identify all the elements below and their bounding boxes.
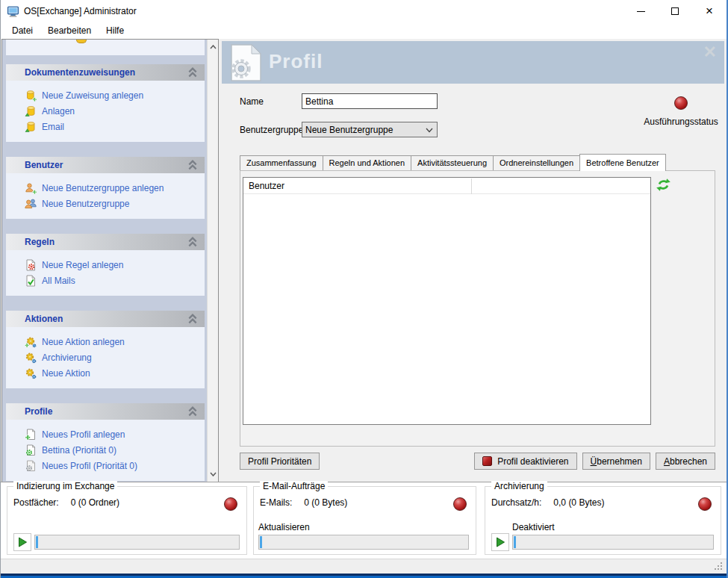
- usergroup-selected-value: Neue Benutzergruppe: [305, 125, 425, 135]
- sidebar-item-neue-aktion-anlegen[interactable]: Neue Aktion anlegen: [6, 334, 205, 349]
- computer-monitor-icon: [7, 5, 19, 18]
- sidebar-item-neue-benutzergruppe-anlegen[interactable]: Neue Benutzergruppe anlegen: [6, 180, 205, 196]
- name-input[interactable]: [302, 93, 438, 109]
- profile-panel: Profil ✕ Name Benutzergruppe Neue Benutz…: [222, 41, 724, 482]
- status-bar: [1, 559, 727, 574]
- sidebar-item-label: Anlagen: [42, 106, 75, 116]
- panel-close-icon[interactable]: ✕: [703, 43, 717, 62]
- profile-panel-header: Profil ✕: [222, 41, 724, 84]
- sidebar-item-label: All Mails: [42, 276, 75, 286]
- tab-regeln-und-aktionen[interactable]: Regeln und Aktionen: [323, 155, 412, 170]
- sidebar-item-label: Neue Benutzergruppe: [42, 199, 129, 209]
- sidebar-section-regeln: RegelnNeue Regel anlegenAll Mails: [6, 234, 205, 296]
- resize-grip-icon[interactable]: [714, 562, 724, 571]
- sidebar-item-bettina-priorität-0[interactable]: Bettina (Priorität 0): [6, 442, 205, 458]
- sidebar-item-neue-zuweisung-anlegen[interactable]: Neue Zuweisung anlegen: [6, 87, 205, 103]
- assignment-icon: [25, 105, 37, 117]
- button-label: Abbrechen: [664, 456, 707, 467]
- tab-ordnereinstellungen[interactable]: Ordnereinstellungen: [493, 155, 580, 170]
- tab-zusammenfassung[interactable]: Zusammenfassung: [240, 155, 323, 170]
- scroll-down-icon[interactable]: [208, 468, 219, 480]
- progress-label: Deaktiviert: [512, 522, 555, 532]
- play-button[interactable]: [13, 533, 31, 551]
- section-title: Regeln: [25, 237, 187, 247]
- progress-bar-value: [36, 536, 38, 548]
- sidebar-item-archivierung[interactable]: Archivierung: [6, 349, 205, 365]
- column-divider[interactable]: [471, 178, 472, 194]
- close-icon: ×: [706, 7, 713, 15]
- sidebar-item-label: Archivierung: [42, 352, 92, 363]
- assignment-icon: [25, 121, 37, 133]
- sidebar-item-all-mails[interactable]: All Mails: [6, 273, 205, 288]
- sidebar-item-label: Neues Profil anlegen: [42, 429, 125, 440]
- usergroup-select[interactable]: Neue Benutzergruppe: [302, 122, 438, 137]
- progress-label: Aktualisieren: [258, 522, 310, 532]
- sidebar-item-label: Neue Aktion: [42, 368, 90, 379]
- sidebar-scrollbar[interactable]: [207, 40, 218, 482]
- sidebar: DokumentenzuweisungenNeue Zuweisung anle…: [1, 39, 219, 482]
- profile-deactivate-button[interactable]: Profil deaktivieren: [474, 453, 576, 470]
- sidebar-item-neues-profil-anlegen[interactable]: Neues Profil anlegen: [6, 426, 205, 442]
- status-panels-strip: Indizierung im ExchangePostfächer:0 (0 O…: [1, 482, 727, 559]
- section-body: Neue Benutzergruppe anlegenNeue Benutzer…: [6, 173, 205, 219]
- chevrons-up-icon: [187, 405, 199, 417]
- profile-priorities-button[interactable]: Profil Prioritäten: [240, 453, 320, 470]
- sidebar-item-email[interactable]: Email: [6, 119, 205, 134]
- sidebar-partial-section: [6, 40, 205, 55]
- maximize-button[interactable]: [658, 0, 692, 22]
- section-header-profile[interactable]: Profile: [6, 403, 205, 420]
- play-button[interactable]: [491, 533, 509, 551]
- red-square-icon: [482, 456, 492, 466]
- section-body: Neues Profil anlegenBettina (Priorität 0…: [6, 420, 205, 481]
- execution-status-orb: [674, 96, 688, 110]
- sidebar-item-anlagen[interactable]: Anlagen: [6, 103, 205, 119]
- menu-bar: DateiBearbeitenHilfe: [1, 22, 727, 39]
- progress-bar: [258, 535, 469, 550]
- status-metric: E-Mails:0 (0 Bytes): [260, 497, 347, 508]
- action-icon: [25, 352, 37, 364]
- tab-aktivitätssteuerung[interactable]: Aktivitätssteuerung: [411, 155, 494, 170]
- user-list[interactable]: Benutzer: [243, 177, 651, 425]
- sidebar-item-neue-regel-anlegen[interactable]: Neue Regel anlegen: [6, 257, 205, 273]
- assignment-add-icon: [25, 90, 37, 102]
- section-header-dokumentenzuweisungen[interactable]: Dokumentenzuweisungen: [6, 64, 205, 81]
- metric-label: E-Mails:: [260, 497, 292, 508]
- chevron-down-icon: [425, 125, 434, 134]
- sidebar-item-neue-benutzergruppe[interactable]: Neue Benutzergruppe: [6, 196, 205, 211]
- menu-item-hilfe[interactable]: Hilfe: [99, 22, 131, 39]
- profile-inactive-icon: [25, 460, 37, 472]
- sidebar-item-neue-aktion[interactable]: Neue Aktion: [6, 365, 205, 381]
- apply-button[interactable]: Übernehmen: [582, 453, 650, 470]
- section-header-regeln[interactable]: Regeln: [6, 234, 205, 250]
- menu-item-bearbeiten[interactable]: Bearbeiten: [40, 22, 99, 39]
- minimize-button[interactable]: [623, 0, 658, 22]
- close-button[interactable]: ×: [692, 0, 727, 22]
- sidebar-item-label: Neue Regel anlegen: [42, 260, 123, 270]
- refresh-icon[interactable]: [656, 178, 671, 192]
- chevrons-up-icon: [187, 159, 199, 171]
- section-header-aktionen[interactable]: Aktionen: [6, 311, 205, 327]
- sidebar-item-neues-profil-priorität-0[interactable]: Neues Profil (Priorität 0): [6, 458, 205, 473]
- status-panel-indizierung-im-exchange: Indizierung im ExchangePostfächer:0 (0 O…: [7, 486, 247, 555]
- status-metric: Durchsatz/h:0,0 (0 Bytes): [491, 497, 604, 508]
- tab-betroffene-benutzer[interactable]: Betroffene Benutzer: [579, 154, 666, 171]
- execution-status-label: Ausführungsstatus: [631, 116, 728, 127]
- sidebar-item-label: Neue Aktion anlegen: [42, 337, 125, 347]
- section-header-benutzer[interactable]: Benutzer: [6, 157, 205, 173]
- usergroup-label: Benutzergruppe: [240, 125, 303, 135]
- progress-bar-value: [514, 536, 516, 548]
- user-list-header[interactable]: Benutzer: [243, 178, 650, 194]
- profile-active-icon: [25, 444, 37, 456]
- status-panel-title: E-Mail-Aufträge: [260, 481, 328, 491]
- metric-label: Durchsatz/h:: [491, 497, 541, 508]
- chevrons-up-icon: [187, 66, 199, 78]
- metric-value: 0,0 (0 Bytes): [553, 497, 604, 508]
- scroll-up-icon[interactable]: [208, 41, 219, 53]
- metric-value: 0 (0 Ordner): [71, 497, 119, 508]
- cancel-button[interactable]: Abbrechen: [656, 453, 715, 470]
- menu-item-datei[interactable]: Datei: [4, 22, 40, 39]
- title-bar: OS[Exchange] Administrator ×: [1, 0, 727, 22]
- column-header-benutzer[interactable]: Benutzer: [249, 181, 284, 191]
- tab-strip: ZusammenfassungRegeln und AktionenAktivi…: [240, 153, 666, 171]
- chevrons-up-icon: [187, 236, 199, 248]
